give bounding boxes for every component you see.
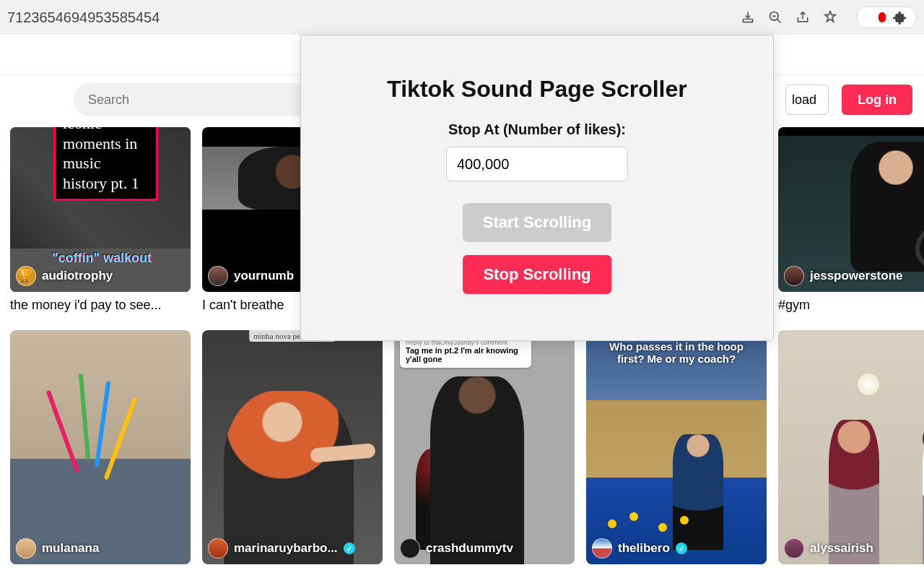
overlay-text: Who passes it in the hoop first? Me or m… xyxy=(596,340,757,365)
video-thumbnail[interactable]: alyssairish xyxy=(778,330,924,564)
video-thumbnail[interactable]: mulanana xyxy=(10,330,191,564)
username: jesspowerstone xyxy=(810,269,903,283)
video-caption: the money i'd pay to see... xyxy=(10,298,191,313)
username: crashdummytv xyxy=(426,541,513,556)
video-card[interactable]: Reply to thaOnlyJashay's comment Tag me … xyxy=(394,330,575,564)
video-thumbnail[interactable]: minha nova personagem marinaruybarbo... xyxy=(202,330,383,564)
video-card[interactable]: iconic moments in music history pt. 1 "c… xyxy=(10,127,191,313)
search-input[interactable] xyxy=(88,92,334,108)
avatar xyxy=(208,538,228,558)
svg-rect-0 xyxy=(743,20,752,22)
overlay-subtitle: "coffin" walkout xyxy=(52,251,152,266)
username: marinaruybarbo... xyxy=(234,541,338,556)
overlay-title: iconic moments in music history pt. 1 xyxy=(53,127,158,201)
video-card[interactable]: jesspowerstone #gym xyxy=(778,127,924,313)
video-card[interactable]: alyssairish xyxy=(778,330,924,564)
avatar xyxy=(208,266,228,286)
video-card[interactable]: minha nova personagem marinaruybarbo... xyxy=(202,330,383,564)
login-button[interactable]: Log in xyxy=(842,85,912,115)
username: audiotrophy xyxy=(42,269,113,283)
extension-pill[interactable] xyxy=(856,7,917,28)
avatar xyxy=(784,538,804,558)
avatar xyxy=(16,266,36,286)
avatar xyxy=(400,538,420,558)
video-thumbnail[interactable]: iconic moments in music history pt. 1 "c… xyxy=(10,127,191,292)
stop-at-input[interactable] xyxy=(446,147,628,181)
username: yournumb xyxy=(234,269,294,283)
bookmark-star-icon[interactable] xyxy=(823,10,837,25)
url-bar[interactable]: 7123654694953585454 xyxy=(7,9,741,26)
install-icon[interactable] xyxy=(741,10,755,25)
video-caption: #gym xyxy=(778,298,924,313)
recording-indicator-icon xyxy=(879,12,886,22)
video-card[interactable]: mulanana xyxy=(10,330,191,564)
popup-title: Tiktok Sound Page Scroller xyxy=(318,76,756,103)
username: thelibero xyxy=(618,541,670,556)
zoom-out-icon[interactable] xyxy=(768,10,783,25)
video-card[interactable]: Who passes it in the hoop first? Me or m… xyxy=(586,330,767,564)
start-scrolling-button[interactable]: Start Scrolling xyxy=(463,203,611,242)
verified-badge-icon xyxy=(344,543,355,554)
stop-scrolling-button[interactable]: Stop Scrolling xyxy=(463,255,611,294)
verified-badge-icon xyxy=(676,543,687,554)
username: mulanana xyxy=(42,541,99,556)
stop-at-label: Stop At (Number of likes): xyxy=(318,121,756,138)
video-thumbnail[interactable]: Who passes it in the hoop first? Me or m… xyxy=(586,330,767,564)
extension-popup: Tiktok Sound Page Scroller Stop At (Numb… xyxy=(300,35,774,341)
upload-button[interactable]: load xyxy=(785,85,829,115)
avatar xyxy=(16,538,36,558)
username: alyssairish xyxy=(810,541,873,556)
avatar xyxy=(784,266,804,286)
share-icon[interactable] xyxy=(796,10,810,25)
avatar xyxy=(592,538,612,558)
video-thumbnail[interactable]: jesspowerstone xyxy=(778,127,924,292)
browser-chrome: 7123654694953585454 xyxy=(0,0,924,35)
video-thumbnail[interactable]: Reply to thaOnlyJashay's comment Tag me … xyxy=(394,330,575,564)
extensions-icon[interactable] xyxy=(893,10,907,25)
